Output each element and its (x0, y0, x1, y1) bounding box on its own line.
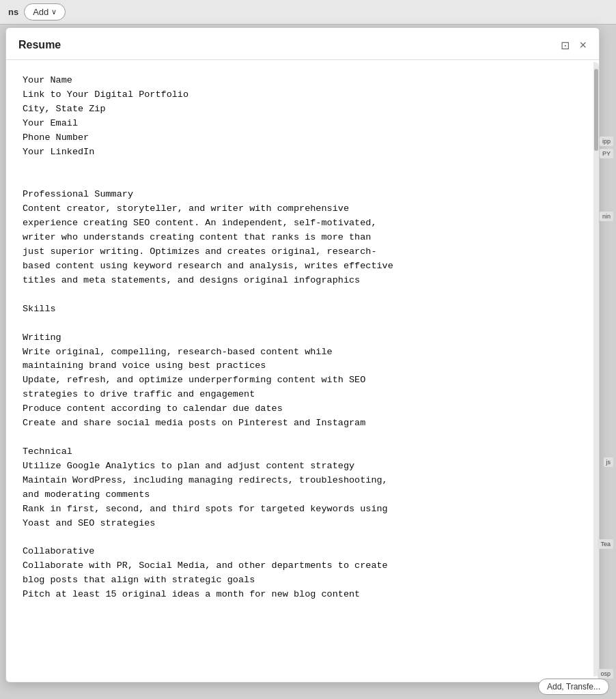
close-icon[interactable]: × (579, 39, 587, 51)
modal-body: Your Name Link to Your Digital Portfolio… (6, 60, 599, 682)
scrollbar-thumb (594, 69, 598, 151)
box-icon[interactable]: ⊡ (557, 38, 572, 53)
sidebar-label-py: PY (600, 149, 613, 158)
sidebar-label-js: js (604, 457, 614, 467)
top-bar: ns Add ∨ (0, 0, 616, 25)
chevron-down-icon: ∨ (51, 8, 57, 16)
add-button-label: Add (33, 7, 48, 17)
modal-title: Resume (18, 39, 61, 51)
scrollbar[interactable] (593, 62, 599, 676)
top-bar-label: ns (8, 7, 18, 17)
modal-header-actions: ⊡ × (557, 38, 587, 53)
sidebar-label-nin: nin (600, 212, 613, 221)
add-button[interactable]: Add ∨ (24, 3, 66, 20)
resume-content: Your Name Link to Your Digital Portfolio… (23, 74, 583, 602)
sidebar-label-ipp: ipp (600, 137, 613, 146)
sidebar-label-tea: Tea (598, 539, 613, 549)
add-transfer-button[interactable]: Add, Transfe... (538, 679, 609, 695)
app-background: ns Add ∨ Resume ⊡ × Your Name Link to Yo… (0, 0, 616, 699)
modal-header: Resume ⊡ × (6, 28, 599, 60)
resume-modal: Resume ⊡ × Your Name Link to Your Digita… (5, 27, 600, 683)
bottom-bar: Add, Transfe... (531, 674, 616, 699)
